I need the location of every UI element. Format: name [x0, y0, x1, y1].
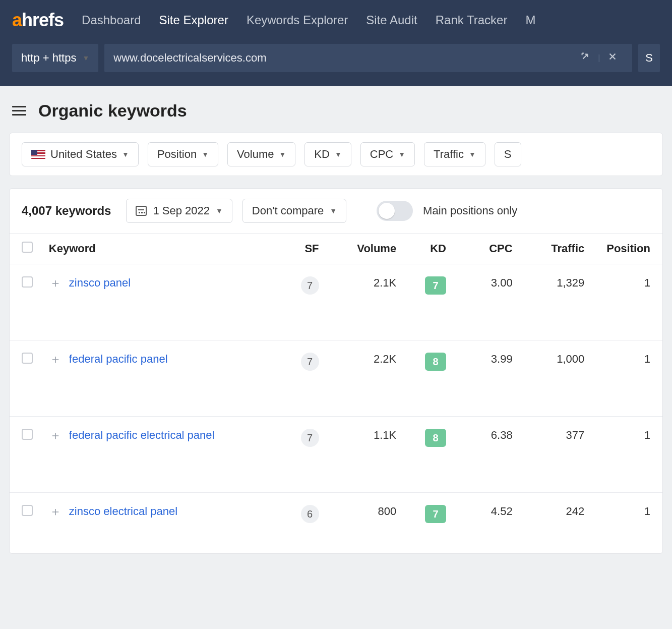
- cell-volume: 2.1K: [325, 264, 403, 340]
- kd-badge: 7: [425, 505, 446, 523]
- expand-icon[interactable]: ＋: [49, 353, 62, 366]
- filter-country-label: United States: [50, 148, 117, 161]
- protocol-select[interactable]: http + https ▼: [12, 44, 98, 72]
- filter-traffic[interactable]: Traffic ▼: [424, 142, 485, 166]
- filter-position[interactable]: Position ▼: [148, 142, 218, 166]
- logo-rest: hrefs: [22, 10, 64, 31]
- th-sf[interactable]: SF: [281, 234, 325, 264]
- table-header-row: Keyword SF Volume KD CPC Traffic Positio…: [10, 234, 662, 264]
- row-checkbox[interactable]: [22, 429, 33, 440]
- cell-traffic: 377: [519, 417, 591, 493]
- date-picker[interactable]: 1 Sep 2022 ▼: [126, 199, 232, 223]
- th-volume[interactable]: Volume: [325, 234, 403, 264]
- keyword-link[interactable]: federal pacific panel: [69, 353, 168, 366]
- caret-down-icon: ▼: [82, 54, 89, 62]
- filter-volume-label: Volume: [237, 148, 274, 161]
- url-bar: http + https ▼ | S: [0, 40, 672, 86]
- caret-down-icon: ▼: [469, 150, 476, 158]
- row-checkbox[interactable]: [22, 505, 33, 516]
- caret-down-icon: ▼: [279, 150, 286, 158]
- th-kd[interactable]: KD: [402, 234, 452, 264]
- filter-more-label: S: [504, 148, 512, 161]
- keyword-link[interactable]: federal pacific electrical panel: [69, 429, 215, 442]
- nav-more[interactable]: M: [525, 13, 535, 27]
- caret-down-icon: ▼: [335, 150, 342, 158]
- compare-select[interactable]: Don't compare ▼: [242, 199, 346, 223]
- cell-cpc: 3.00: [452, 264, 519, 340]
- checkbox-all[interactable]: [22, 242, 33, 253]
- table-row: ＋federal pacific panel72.2K83.991,0001: [10, 340, 662, 417]
- toggle-label: Main positions only: [423, 204, 517, 217]
- keyword-count: 4,007 keywords: [22, 204, 111, 218]
- close-icon[interactable]: [602, 51, 623, 65]
- cell-cpc: 6.38: [452, 417, 519, 493]
- keyword-link[interactable]: zinsco electrical panel: [69, 505, 177, 518]
- table-card: 4,007 keywords 1 Sep 2022 ▼ Don't compar…: [9, 188, 663, 554]
- calendar-icon: [136, 206, 147, 216]
- logo[interactable]: ahrefs: [12, 10, 64, 31]
- cell-traffic: 242: [519, 493, 591, 554]
- caret-down-icon: ▼: [330, 207, 337, 215]
- th-cpc[interactable]: CPC: [452, 234, 519, 264]
- cell-traffic: 1,329: [519, 264, 591, 340]
- table-row: ＋zinsco panel72.1K73.001,3291: [10, 264, 662, 340]
- filter-more[interactable]: S: [495, 142, 521, 166]
- th-traffic[interactable]: Traffic: [519, 234, 591, 264]
- url-input[interactable]: [113, 51, 575, 65]
- filter-cpc[interactable]: CPC ▼: [360, 142, 415, 166]
- table-controls: 4,007 keywords 1 Sep 2022 ▼ Don't compar…: [10, 189, 662, 233]
- protocol-label: http + https: [21, 51, 76, 65]
- sf-badge[interactable]: 7: [301, 353, 319, 371]
- main-positions-toggle[interactable]: [377, 201, 413, 221]
- th-position[interactable]: Position: [590, 234, 662, 264]
- cell-position: 1: [590, 417, 662, 493]
- keyword-link[interactable]: zinsco panel: [69, 276, 131, 290]
- nav-site-explorer[interactable]: Site Explorer: [159, 13, 228, 27]
- filter-position-label: Position: [157, 148, 197, 161]
- filter-card: United States ▼ Position ▼ Volume ▼ KD ▼…: [9, 133, 663, 176]
- caret-down-icon: ▼: [122, 150, 129, 158]
- kd-badge: 8: [425, 353, 446, 371]
- sf-badge[interactable]: 7: [301, 429, 319, 447]
- caret-down-icon: ▼: [202, 150, 209, 158]
- cell-cpc: 3.99: [452, 340, 519, 417]
- nav-site-audit[interactable]: Site Audit: [366, 13, 417, 27]
- hamburger-icon[interactable]: [12, 106, 26, 116]
- table-row: ＋zinsco electrical panel680074.522421: [10, 493, 662, 554]
- th-keyword[interactable]: Keyword: [43, 234, 281, 264]
- kd-badge: 7: [425, 276, 446, 295]
- filter-volume[interactable]: Volume ▼: [227, 142, 295, 166]
- table-row: ＋federal pacific electrical panel71.1K86…: [10, 417, 662, 493]
- expand-icon[interactable]: ＋: [49, 429, 62, 442]
- filter-bar: United States ▼ Position ▼ Volume ▼ KD ▼…: [10, 133, 662, 176]
- divider: |: [596, 53, 602, 63]
- page-title: Organic keywords: [38, 101, 187, 121]
- row-checkbox[interactable]: [22, 353, 33, 364]
- sf-badge[interactable]: 7: [301, 276, 319, 295]
- nav-dashboard[interactable]: Dashboard: [82, 13, 141, 27]
- sf-badge[interactable]: 6: [301, 505, 319, 523]
- nav-rank-tracker[interactable]: Rank Tracker: [436, 13, 508, 27]
- external-link-icon[interactable]: [575, 51, 596, 65]
- filter-country[interactable]: United States ▼: [22, 142, 139, 166]
- url-input-wrap: |: [104, 44, 632, 72]
- caret-down-icon: ▼: [398, 150, 405, 158]
- filter-kd-label: KD: [314, 148, 330, 161]
- cell-position: 1: [590, 264, 662, 340]
- nav-keywords-explorer[interactable]: Keywords Explorer: [247, 13, 348, 27]
- search-button[interactable]: S: [638, 44, 660, 72]
- keywords-table: Keyword SF Volume KD CPC Traffic Positio…: [10, 233, 662, 553]
- filter-traffic-label: Traffic: [434, 148, 464, 161]
- expand-icon[interactable]: ＋: [49, 276, 62, 290]
- flag-us-icon: [31, 150, 45, 159]
- cell-position: 1: [590, 340, 662, 417]
- caret-down-icon: ▼: [216, 207, 223, 215]
- filter-cpc-label: CPC: [370, 148, 393, 161]
- filter-kd[interactable]: KD ▼: [304, 142, 351, 166]
- expand-icon[interactable]: ＋: [49, 505, 62, 518]
- cell-volume: 800: [325, 493, 403, 554]
- logo-a: a: [12, 10, 22, 31]
- kd-badge: 8: [425, 429, 446, 447]
- row-checkbox[interactable]: [22, 276, 33, 288]
- date-label: 1 Sep 2022: [153, 204, 210, 217]
